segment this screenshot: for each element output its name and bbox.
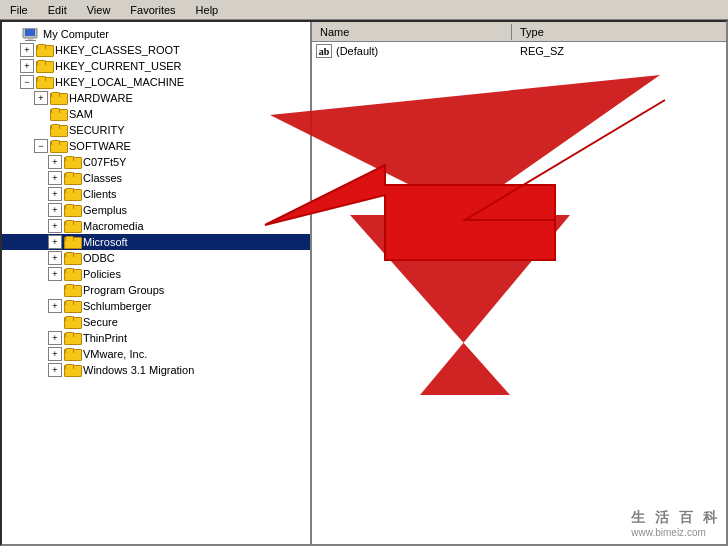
folder-icon-windows31 xyxy=(64,364,80,377)
tree-item-odbc[interactable]: +ODBC xyxy=(2,250,310,266)
folder-icon-hkey-current-user xyxy=(36,60,52,73)
tree-expander-c07ft5y[interactable]: + xyxy=(48,155,62,169)
column-header: Name Type xyxy=(312,22,726,42)
menu-help[interactable]: Help xyxy=(190,3,225,17)
folder-icon-macromedia xyxy=(64,220,80,233)
tree-expander-sam xyxy=(34,107,48,121)
tree-label-c07ft5y: C07Ft5Y xyxy=(83,156,126,168)
tree-label-gemplus: Gemplus xyxy=(83,204,127,216)
folder-icon-hkey-local-machine xyxy=(36,76,52,89)
tree-label-classes: Classes xyxy=(83,172,122,184)
folder-icon-sam xyxy=(50,108,66,121)
tree-expander-classes[interactable]: + xyxy=(48,171,62,185)
menu-edit[interactable]: Edit xyxy=(42,3,73,17)
tree-label-thinprint: ThinPrint xyxy=(83,332,127,344)
tree-item-security[interactable]: SECURITY xyxy=(2,122,310,138)
tree-item-classes[interactable]: +Classes xyxy=(2,170,310,186)
tree-label-policies: Policies xyxy=(83,268,121,280)
menu-bar: File Edit View Favorites Help xyxy=(0,0,728,20)
tree-item-clients[interactable]: +Clients xyxy=(2,186,310,202)
tree-expander-my-computer xyxy=(6,27,20,41)
tree-label-clients: Clients xyxy=(83,188,117,200)
tree-item-policies[interactable]: +Policies xyxy=(2,266,310,282)
tree-item-my-computer[interactable]: My Computer xyxy=(2,26,310,42)
tree-expander-odbc[interactable]: + xyxy=(48,251,62,265)
tree-expander-hkey-current-user[interactable]: + xyxy=(20,59,34,73)
tree-label-security: SECURITY xyxy=(69,124,125,136)
folder-icon-thinprint xyxy=(64,332,80,345)
tree-expander-macromedia[interactable]: + xyxy=(48,219,62,233)
tree-item-sam[interactable]: SAM xyxy=(2,106,310,122)
folder-icon-c07ft5y xyxy=(64,156,80,169)
tree-label-odbc: ODBC xyxy=(83,252,115,264)
tree-item-hardware[interactable]: +HARDWARE xyxy=(2,90,310,106)
tree-item-secure[interactable]: Secure xyxy=(2,314,310,330)
right-pane: Name Type ab (Default) REG_SZ xyxy=(312,22,726,544)
folder-icon-classes xyxy=(64,172,80,185)
folder-icon-hkey-classes-root xyxy=(36,44,52,57)
col-name-header[interactable]: Name xyxy=(312,24,512,40)
tree-label-macromedia: Macromedia xyxy=(83,220,144,232)
tree-item-thinprint[interactable]: +ThinPrint xyxy=(2,330,310,346)
tree-expander-schlumberger[interactable]: + xyxy=(48,299,62,313)
tree-expander-software[interactable]: − xyxy=(34,139,48,153)
tree-item-vmware[interactable]: +VMware, Inc. xyxy=(2,346,310,362)
tree-item-hkey-classes-root[interactable]: +HKEY_CLASSES_ROOT xyxy=(2,42,310,58)
tree-item-c07ft5y[interactable]: +C07Ft5Y xyxy=(2,154,310,170)
tree-label-my-computer: My Computer xyxy=(43,28,109,40)
main-window: My Computer+HKEY_CLASSES_ROOT+HKEY_CURRE… xyxy=(0,20,728,546)
svg-rect-1 xyxy=(25,29,35,36)
registry-row[interactable]: ab (Default) REG_SZ xyxy=(312,42,726,60)
menu-view[interactable]: View xyxy=(81,3,117,17)
tree-label-microsoft: Microsoft xyxy=(83,236,128,248)
watermark: 生 活 百 科 www.bimeiz.com xyxy=(631,509,720,538)
tree-label-hkey-current-user: HKEY_CURRENT_USER xyxy=(55,60,182,72)
tree-expander-program-groups xyxy=(48,283,62,297)
folder-icon-software xyxy=(50,140,66,153)
col-type-header[interactable]: Type xyxy=(512,24,552,40)
tree-expander-hardware[interactable]: + xyxy=(34,91,48,105)
svg-rect-2 xyxy=(28,38,33,40)
tree-item-gemplus[interactable]: +Gemplus xyxy=(2,202,310,218)
tree-pane[interactable]: My Computer+HKEY_CLASSES_ROOT+HKEY_CURRE… xyxy=(2,22,312,544)
watermark-text: 生 活 百 科 xyxy=(631,509,720,527)
watermark-url: www.bimeiz.com xyxy=(631,527,720,538)
tree-label-hardware: HARDWARE xyxy=(69,92,133,104)
tree-label-schlumberger: Schlumberger xyxy=(83,300,151,312)
tree-expander-hkey-classes-root[interactable]: + xyxy=(20,43,34,57)
tree-item-windows31[interactable]: +Windows 3.1 Migration xyxy=(2,362,310,378)
tree-expander-policies[interactable]: + xyxy=(48,267,62,281)
reg-ab-icon: ab xyxy=(316,44,332,58)
tree-expander-hkey-local-machine[interactable]: − xyxy=(20,75,34,89)
tree-item-hkey-local-machine[interactable]: −HKEY_LOCAL_MACHINE xyxy=(2,74,310,90)
tree-expander-thinprint[interactable]: + xyxy=(48,331,62,345)
folder-icon-secure xyxy=(64,316,80,329)
tree-expander-vmware[interactable]: + xyxy=(48,347,62,361)
menu-file[interactable]: File xyxy=(4,3,34,17)
tree-item-microsoft[interactable]: +Microsoft xyxy=(2,234,310,250)
folder-icon-odbc xyxy=(64,252,80,265)
tree-item-macromedia[interactable]: +Macromedia xyxy=(2,218,310,234)
tree-label-windows31: Windows 3.1 Migration xyxy=(83,364,194,376)
tree-item-program-groups[interactable]: Program Groups xyxy=(2,282,310,298)
folder-icon-microsoft xyxy=(64,236,80,249)
menu-favorites[interactable]: Favorites xyxy=(124,3,181,17)
reg-name-cell: (Default) xyxy=(336,45,516,57)
tree-expander-security xyxy=(34,123,48,137)
tree-expander-windows31[interactable]: + xyxy=(48,363,62,377)
tree-expander-clients[interactable]: + xyxy=(48,187,62,201)
tree-item-schlumberger[interactable]: +Schlumberger xyxy=(2,298,310,314)
tree-label-secure: Secure xyxy=(83,316,118,328)
folder-icon-hardware xyxy=(50,92,66,105)
tree-expander-secure xyxy=(48,315,62,329)
folder-icon-clients xyxy=(64,188,80,201)
tree-label-vmware: VMware, Inc. xyxy=(83,348,147,360)
tree-item-hkey-current-user[interactable]: +HKEY_CURRENT_USER xyxy=(2,58,310,74)
tree-expander-gemplus[interactable]: + xyxy=(48,203,62,217)
tree-label-hkey-classes-root: HKEY_CLASSES_ROOT xyxy=(55,44,180,56)
folder-icon-policies xyxy=(64,268,80,281)
tree-expander-microsoft[interactable]: + xyxy=(48,235,62,249)
svg-rect-3 xyxy=(25,40,36,41)
tree-label-program-groups: Program Groups xyxy=(83,284,164,296)
tree-item-software[interactable]: −SOFTWARE xyxy=(2,138,310,154)
